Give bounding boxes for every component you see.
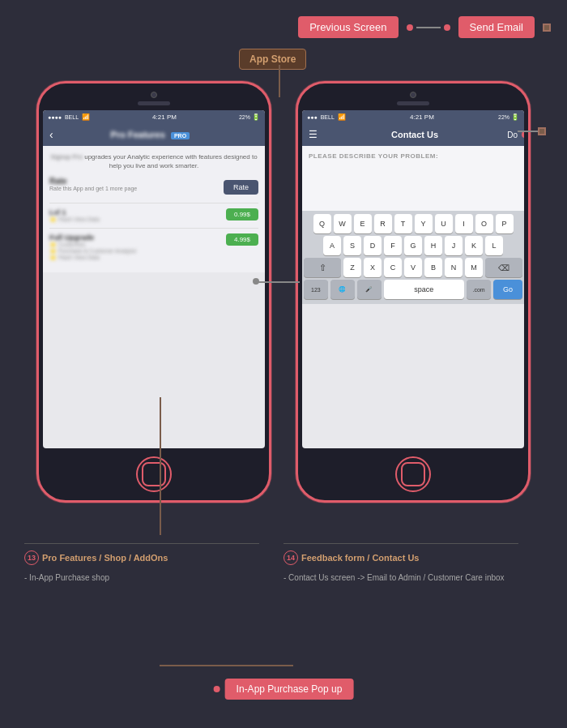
right-label-number: 14 (284, 550, 298, 565)
keyboard-row1: Q W E R T Y U I O P (304, 214, 522, 233)
keyboard-row3: ⇧ Z X C V B N M ⌫ (304, 258, 522, 277)
shift-key[interactable]: ⇧ (304, 258, 341, 277)
left-label-desc: - In-App Purchase shop (24, 572, 259, 584)
battery-icon-left: 🔋 (252, 113, 260, 121)
shop-item-2: Full Upgrade ⭐ Customize ⭐ Purchase & Cu… (49, 233, 258, 261)
key-E[interactable]: E (354, 214, 372, 233)
item2-sub3: ⭐ Flash View Data (49, 255, 226, 261)
key-B[interactable]: B (424, 258, 442, 277)
key-Y[interactable]: Y (415, 214, 433, 233)
iap-connector-bar: In-App Purchase Pop up (214, 679, 354, 700)
previous-screen-button[interactable]: Previous Screen (298, 16, 398, 38)
rtc-line (518, 131, 538, 132)
dotcom-key[interactable]: .com (467, 280, 491, 299)
connector-end (543, 24, 551, 32)
left-label-title-text: Pro Features / Shop / AddOns (42, 553, 168, 563)
home-button-left[interactable] (136, 456, 172, 492)
key-T[interactable]: T (394, 214, 412, 233)
battery-pct-left: 22% (239, 114, 250, 120)
key-P[interactable]: P (496, 214, 514, 233)
key-R[interactable]: R (374, 214, 392, 233)
time-right: 4:21 PM (410, 113, 434, 121)
keyboard-row4: 123 🌐 🎤 space .com Go (304, 280, 522, 299)
screen-left: ●●●● BELL 📶 4:21 PM 22% 🔋 ‹ Pro Features… (43, 110, 265, 448)
key-K[interactable]: K (465, 236, 483, 255)
space-key[interactable]: space (384, 280, 465, 299)
screen-right: ●●● BELL 📶 4:21 PM 22% 🔋 ☰ Contact Us Do (302, 110, 524, 448)
backspace-key[interactable]: ⌫ (485, 258, 522, 277)
key-S[interactable]: S (343, 236, 361, 255)
num-key[interactable]: 123 (304, 280, 328, 299)
mic-key[interactable]: 🎤 (357, 280, 382, 299)
rate-button[interactable]: Rate (224, 180, 258, 195)
home-button-right[interactable] (395, 456, 431, 492)
connector-line (416, 27, 441, 28)
item2-price-btn[interactable]: 4.99$ (226, 233, 258, 246)
item2-left: Full Upgrade ⭐ Customize ⭐ Purchase & Cu… (49, 233, 226, 261)
key-F[interactable]: F (384, 236, 402, 255)
key-Z[interactable]: Z (343, 258, 361, 277)
key-W[interactable]: W (334, 214, 352, 233)
item1-sub-text: Flash View Data (58, 216, 100, 222)
camera-right (410, 92, 416, 98)
key-H[interactable]: H (424, 236, 442, 255)
key-C[interactable]: C (384, 258, 402, 277)
item2-icon3: ⭐ (49, 255, 58, 260)
carrier-left: BELL (65, 114, 79, 120)
status-bar-right: ●●● BELL 📶 4:21 PM 22% 🔋 (302, 110, 524, 123)
item2-sub2-text: Purchase & Customer Analyize (58, 248, 137, 254)
status-left: ●●●● BELL 📶 (48, 113, 90, 121)
item2-sub3-text: Flash View Data (58, 255, 100, 260)
right-label-title: 14 Feedback form / Contact Us (284, 550, 518, 565)
v-line-left (160, 397, 161, 535)
done-button[interactable]: Do (507, 131, 518, 139)
item1-price-btn[interactable]: 0.99$ (226, 208, 258, 221)
right-phone: ●●● BELL 📶 4:21 PM 22% 🔋 ☰ Contact Us Do (296, 81, 531, 503)
iap-button[interactable]: In-App Purchase Pop up (225, 679, 354, 700)
right-phone-content: PLEASE DESCRIBE YOUR PROBLEM: Q W E R T … (302, 146, 524, 304)
send-email-button[interactable]: Send Email (458, 16, 535, 38)
key-G[interactable]: G (404, 236, 422, 255)
status-left-right: ●●● BELL 📶 (307, 113, 346, 121)
key-I[interactable]: I (455, 214, 473, 233)
left-label-title: 13 Pro Features / Shop / AddOns (24, 550, 259, 565)
key-V[interactable]: V (404, 258, 422, 277)
hamburger-icon[interactable]: ☰ (309, 129, 318, 140)
go-key[interactable]: Go (493, 280, 522, 299)
key-U[interactable]: U (435, 214, 453, 233)
keyboard-row2: A S D F G H J K L (304, 236, 522, 255)
key-A[interactable]: A (323, 236, 341, 255)
back-arrow-icon[interactable]: ‹ (49, 128, 53, 141)
speaker-right (397, 101, 429, 105)
item1-sub: ⭐ Flash View Data (49, 216, 226, 223)
key-M[interactable]: M (465, 258, 483, 277)
right-label-desc: - Contact Us screen -> Email to Admin / … (284, 572, 518, 584)
connector (407, 24, 450, 31)
right-bottom-label: 14 Feedback form / Contact Us - Contact … (284, 543, 518, 584)
phones-container: ●●●● BELL 📶 4:21 PM 22% 🔋 ‹ Pro Features… (24, 81, 543, 503)
rate-section: Rate Rate this App and get 1 more page R… (49, 177, 258, 198)
key-D[interactable]: D (364, 236, 382, 255)
key-N[interactable]: N (445, 258, 463, 277)
phone-bottom-right (298, 448, 528, 500)
battery-pct-right: 22% (498, 114, 509, 120)
key-O[interactable]: O (475, 214, 493, 233)
key-J[interactable]: J (445, 236, 463, 255)
connector-dot2 (444, 24, 450, 31)
wifi-right: 📶 (338, 113, 346, 121)
nav-bar-left: ‹ Pro Features PRO (43, 123, 265, 146)
rate-left: Rate Rate this App and get 1 more page (49, 177, 137, 198)
status-bar-left: ●●●● BELL 📶 4:21 PM 22% 🔋 (43, 110, 265, 123)
globe-key[interactable]: 🌐 (330, 280, 355, 299)
keyboard[interactable]: Q W E R T Y U I O P A S D (302, 211, 524, 304)
key-L[interactable]: L (485, 236, 503, 255)
signal-left: ●●●● (48, 114, 62, 120)
pro-badge: PRO (171, 132, 190, 139)
contact-desc: PLEASE DESCRIBE YOUR PROBLEM: (302, 146, 524, 211)
left-label-number: 13 (24, 550, 39, 565)
left-phone: ●●●● BELL 📶 4:21 PM 22% 🔋 ‹ Pro Features… (36, 81, 271, 503)
key-X[interactable]: X (364, 258, 382, 277)
key-Q[interactable]: Q (313, 214, 331, 233)
shop-item-1: Lvl 1 ⭐ Flash View Data 0.99$ (49, 208, 258, 223)
wifi-left: 📶 (82, 113, 90, 121)
